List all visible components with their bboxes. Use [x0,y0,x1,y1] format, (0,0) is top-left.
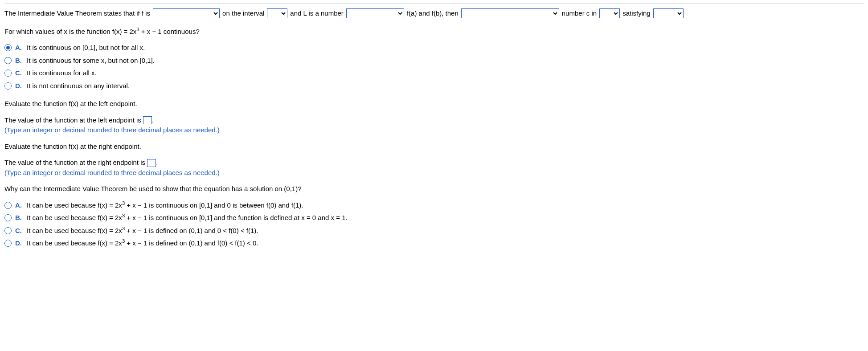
q1-prompt-post: + x − 1 continuous? [139,28,200,35]
q2-radio-d[interactable] [4,240,12,247]
ivt-text-4: f(a) and f(b), then [407,8,459,19]
q2-d-post: + x − 1 is defined on (0,1) and f(0) < f… [125,239,258,247]
q2-a-post: + x − 1 is continuous on [0,1] and 0 is … [125,201,303,209]
q2-option-b: It can be used because f(x) = 2x3 + x − … [27,213,348,223]
ivt-dropdown-2[interactable] [267,8,287,18]
ivt-text-3: and L is a number [290,8,344,19]
q1-label-b: B. [15,56,23,66]
q1-label-d: D. [15,81,23,91]
ivt-text-2: on the interval [222,8,264,19]
ivt-text-1: The Intermediate Value Theorem states th… [4,8,150,19]
q2-radio-b[interactable] [4,214,12,221]
top-divider [4,4,864,4]
ivt-dropdown-4[interactable] [461,8,559,18]
q2-choices: A. It can be used because f(x) = 2x3 + x… [4,200,864,249]
q1-option-b: It is continuous for some x, but not on … [27,56,155,66]
q2-a-pre: It can be used because f(x) = 2x [27,201,122,209]
ivt-text-6: satisfying [622,8,651,19]
ivt-dropdown-3[interactable] [346,8,404,18]
q1-label-c: C. [15,68,23,78]
q2-option-c: It can be used because f(x) = 2x3 + x − … [27,226,258,236]
left-endpoint-post: . [152,116,154,124]
left-endpoint-stmt: The value of the function at the left en… [4,115,864,135]
q1-radio-a[interactable] [4,44,12,51]
q1-option-d: It is not continuous on any interval. [27,81,130,91]
q2-option-d: It can be used because f(x) = 2x3 + x − … [27,238,258,249]
left-endpoint-hint: (Type an integer or decimal rounded to t… [4,126,220,134]
q1-prompt-pre: For which values of x is the function f(… [4,28,136,35]
ivt-statement: The Intermediate Value Theorem states th… [4,8,864,19]
q1-label-a: A. [15,43,23,53]
q1-radio-d[interactable] [4,82,12,90]
q2-option-a: It can be used because f(x) = 2x3 + x − … [27,200,303,211]
q1-radio-b[interactable] [4,57,12,64]
q2-d-pre: It can be used because f(x) = 2x [27,239,122,247]
q2-radio-a[interactable] [4,202,12,209]
q2-prompt: Why can the Intermediate Value Theorem b… [4,184,864,194]
q2-radio-c[interactable] [4,227,12,234]
right-endpoint-post: . [156,159,158,166]
ivt-dropdown-5[interactable] [599,8,620,18]
q1-prompt: For which values of x is the function f(… [4,27,864,37]
q2-b-post: + x − 1 is continuous on [0,1] and the f… [125,214,348,221]
q2-label-c: C. [15,226,23,236]
q2-b-pre: It can be used because f(x) = 2x [27,214,122,221]
left-endpoint-pre: The value of the function at the left en… [4,116,143,124]
left-endpoint-input[interactable] [143,116,152,124]
q1-choices: A. It is continuous on [0,1], but not fo… [4,43,864,91]
right-endpoint-stmt: The value of the function at the right e… [4,158,864,178]
q1-option-a: It is continuous on [0,1], but not for a… [27,43,145,53]
q2-label-d: D. [15,238,23,249]
right-endpoint-input[interactable] [147,159,156,167]
right-endpoint-hint: (Type an integer or decimal rounded to t… [4,169,220,176]
ivt-dropdown-1[interactable] [153,8,220,18]
right-endpoint-prompt: Evaluate the function f(x) at the right … [4,142,864,152]
q1-radio-c[interactable] [4,69,12,77]
q2-c-post: + x − 1 is defined on (0,1) and 0 < f(0)… [125,227,258,234]
q2-c-pre: It can be used because f(x) = 2x [27,227,122,234]
q1-option-c: It is continuous for all x. [27,68,97,78]
right-endpoint-pre: The value of the function at the right e… [4,159,147,166]
ivt-text-5: number c in [562,8,597,19]
ivt-dropdown-6[interactable] [653,8,684,18]
q2-label-a: A. [15,200,23,211]
left-endpoint-prompt: Evaluate the function f(x) at the left e… [4,99,864,109]
q2-label-b: B. [15,213,23,223]
